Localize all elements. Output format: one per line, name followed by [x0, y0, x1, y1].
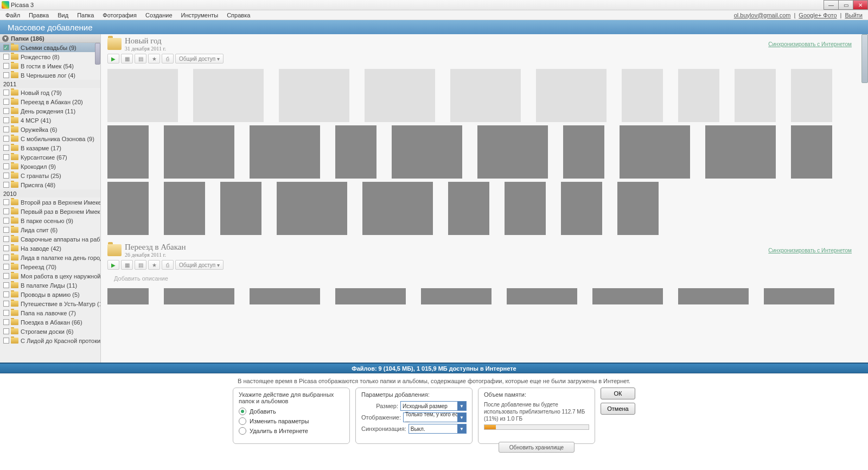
folder-item[interactable]: Второй раз в Верхнем Имеке (54) [0, 198, 100, 207]
folder-item[interactable]: Оружейка (6) [0, 125, 100, 134]
folder-item[interactable]: В гости в Имек (54) [0, 61, 100, 71]
photo-thumbnail[interactable] [107, 125, 149, 179]
description-input[interactable]: Добавить описание [107, 272, 861, 285]
share-button[interactable]: Общий доступ ▾ [175, 54, 224, 63]
select-size[interactable]: Исходный размер [400, 401, 467, 411]
folder-item[interactable]: Путешествие в Усть-Матур (123) [0, 299, 100, 308]
checkbox[interactable] [3, 154, 9, 160]
folder-item[interactable]: Моя работа в цеху наружной р... [0, 271, 100, 281]
checkbox[interactable] [3, 218, 9, 224]
photo-thumbnail[interactable] [365, 69, 435, 122]
checkbox[interactable] [3, 338, 9, 344]
folder-item[interactable]: Съемки свадьбы (9) [0, 43, 100, 52]
checkbox[interactable] [3, 319, 9, 325]
photo-thumbnail[interactable] [563, 125, 604, 179]
share-button[interactable]: Общий доступ ▾ [175, 260, 224, 270]
checkbox[interactable] [3, 282, 9, 288]
menu-create[interactable]: Создание [141, 11, 177, 19]
play-button[interactable]: ▶ [107, 54, 119, 63]
select-sync[interactable]: Выкл. [409, 424, 467, 434]
main-scrollbar[interactable] [861, 34, 868, 83]
play-button[interactable]: ▶ [107, 260, 119, 270]
folder-item[interactable]: Переезд (70) [0, 262, 100, 271]
window-maximize-button[interactable]: ▭ [838, 0, 853, 10]
photo-thumbnail[interactable] [279, 69, 349, 122]
photo-thumbnail[interactable] [421, 288, 492, 304]
checkbox[interactable] [3, 90, 9, 96]
checkbox[interactable] [3, 126, 9, 132]
window-close-button[interactable]: ✕ [853, 0, 868, 10]
checkbox[interactable] [3, 117, 9, 123]
radio-change[interactable]: Изменить параметры [239, 417, 344, 425]
checkbox[interactable] [3, 199, 9, 205]
folder-item[interactable]: В парке осенью (9) [0, 216, 100, 225]
photo-thumbnail[interactable] [392, 125, 462, 179]
radio-add[interactable]: Добавить [239, 408, 344, 415]
checkbox[interactable] [3, 236, 9, 242]
photo-thumbnail[interactable] [561, 182, 602, 235]
menu-tools[interactable]: Инструменты [177, 11, 223, 19]
photo-thumbnail[interactable] [193, 69, 264, 122]
sidebar-scrollbar[interactable] [95, 43, 100, 65]
checkbox[interactable] [3, 45, 9, 50]
menu-photo[interactable]: Фотография [98, 11, 141, 19]
checkbox[interactable] [3, 310, 9, 316]
folder-item[interactable]: День рождения (11) [0, 106, 100, 116]
folder-item[interactable]: Переезд в Абакан (20) [0, 97, 100, 106]
account-email[interactable]: ol.buylov@gmail.com [734, 12, 791, 18]
folder-item[interactable]: В казарме (17) [0, 143, 100, 153]
photo-thumbnail[interactable] [448, 182, 489, 235]
ok-button[interactable]: ОК [601, 388, 635, 399]
photo-thumbnail[interactable] [505, 182, 546, 235]
folder-item[interactable]: Папа на лавочке (7) [0, 308, 100, 317]
cancel-button[interactable]: Отмена [601, 403, 635, 415]
photo-thumbnail[interactable] [791, 125, 832, 179]
folder-item[interactable]: На заводе (42) [0, 244, 100, 253]
checkbox[interactable] [3, 72, 9, 78]
folder-item[interactable]: Новый год (79) [0, 88, 100, 97]
export-button[interactable]: ⎙ [162, 54, 174, 63]
checkbox[interactable] [3, 173, 9, 179]
checkbox[interactable] [3, 245, 9, 251]
checkbox[interactable] [3, 301, 9, 307]
export-button[interactable]: ⎙ [162, 260, 174, 270]
update-storage-button[interactable]: Обновить хранилище [499, 442, 575, 453]
menu-edit[interactable]: Правка [24, 11, 53, 19]
folder-item[interactable]: С мобильника Озонова (9) [0, 134, 100, 143]
photo-thumbnail[interactable] [362, 182, 433, 235]
collage-button[interactable]: ▦ [121, 260, 133, 270]
checkbox[interactable] [3, 328, 9, 334]
photo-thumbnail[interactable] [592, 288, 663, 304]
chevron-down-icon[interactable]: ▾ [2, 35, 9, 42]
checkbox[interactable] [3, 145, 9, 151]
photo-thumbnail[interactable] [536, 69, 607, 122]
checkbox[interactable] [3, 108, 9, 114]
folder-item[interactable]: Первый раз в Верхнем Имеке (6) [0, 207, 100, 216]
photo-thumbnail[interactable] [164, 288, 234, 304]
folder-item[interactable]: Рождество (8) [0, 52, 100, 61]
photo-thumbnail[interactable] [250, 288, 320, 304]
photo-thumbnail[interactable] [617, 182, 659, 235]
photo-thumbnail[interactable] [735, 69, 776, 122]
checkbox[interactable] [3, 227, 9, 233]
photo-thumbnail[interactable] [220, 182, 261, 235]
folder-item[interactable]: Курсантские (67) [0, 153, 100, 162]
folder-item[interactable]: В палатке Лиды (11) [0, 281, 100, 290]
photo-thumbnail[interactable] [164, 125, 234, 179]
folder-item[interactable]: С гранаты (25) [0, 171, 100, 180]
radio-delete[interactable]: Удалить в Интернете [239, 427, 344, 435]
checkbox[interactable] [3, 264, 9, 270]
sync-link[interactable]: Синхронизировать с Интернетом [768, 247, 861, 253]
photo-thumbnail[interactable] [791, 69, 832, 122]
checkbox[interactable] [3, 291, 9, 297]
sidebar-header[interactable]: ▾ Папки (186) [0, 34, 100, 43]
checkbox[interactable] [3, 182, 9, 188]
folder-item[interactable]: Крокодил (9) [0, 162, 100, 171]
checkbox[interactable] [3, 99, 9, 105]
photo-thumbnail[interactable] [620, 125, 690, 179]
checkbox[interactable] [3, 136, 9, 142]
folder-item[interactable]: Присяга (48) [0, 180, 100, 189]
folder-item[interactable]: С Лидой до Красной протоки (... [0, 336, 100, 345]
window-minimize-button[interactable]: — [824, 0, 839, 10]
photo-thumbnail[interactable] [622, 69, 663, 122]
